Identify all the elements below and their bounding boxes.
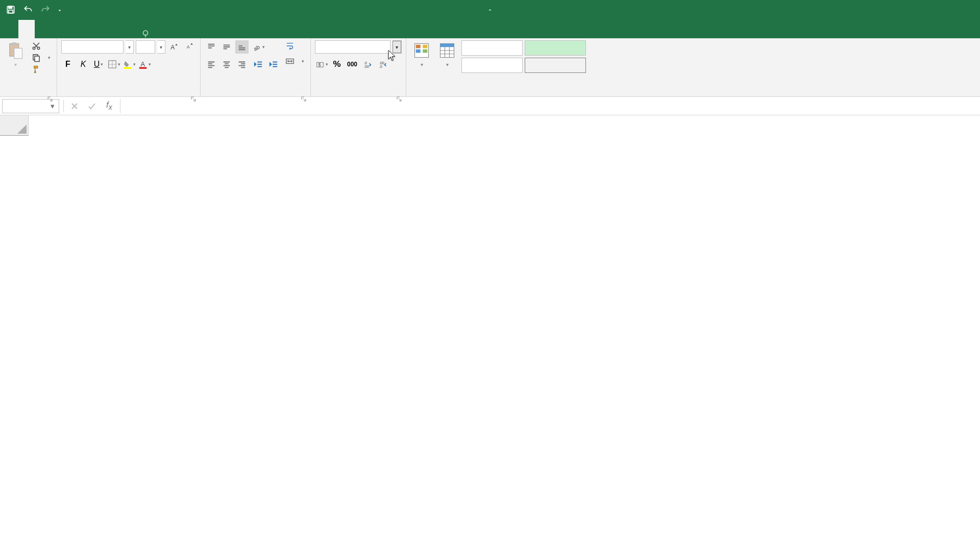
underline-button[interactable]: U▾	[92, 58, 105, 71]
svg-rect-1	[9, 6, 12, 8]
svg-text:A: A	[187, 44, 190, 49]
number-launcher[interactable]	[396, 95, 403, 103]
undo-button[interactable]	[20, 3, 36, 17]
copy-icon	[32, 53, 41, 62]
tell-me-input[interactable]	[133, 29, 161, 38]
align-middle-button[interactable]	[220, 40, 233, 54]
percent-button[interactable]: %	[330, 58, 344, 71]
conditional-formatting-button[interactable]: ▾	[410, 40, 433, 68]
svg-rect-6	[12, 42, 16, 45]
merge-center-button[interactable]: ▾	[283, 56, 306, 67]
svg-text:$: $	[318, 62, 321, 67]
svg-text:ab: ab	[252, 44, 260, 52]
tab-datei[interactable]	[2, 20, 18, 38]
svg-text:.0: .0	[379, 64, 382, 69]
svg-rect-27	[416, 45, 421, 48]
align-right-button[interactable]	[235, 58, 249, 71]
tab-einfuegen[interactable]	[35, 20, 51, 38]
italic-button[interactable]: K	[77, 58, 90, 71]
paintbrush-icon	[32, 65, 41, 74]
format-painter-button[interactable]	[30, 64, 53, 75]
tab-seitenlayout[interactable]	[51, 20, 67, 38]
wrap-text-button[interactable]	[283, 40, 306, 52]
tab-start[interactable]	[18, 20, 35, 38]
copy-button[interactable]: ▾	[30, 52, 53, 63]
wrap-text-icon	[285, 41, 295, 51]
redo-button[interactable]	[38, 3, 53, 17]
fill-color-button[interactable]: ▾	[122, 58, 136, 71]
alignment-launcher[interactable]	[300, 95, 307, 103]
insert-function-button[interactable]: fx	[101, 99, 118, 113]
orientation-button[interactable]: ab▾	[252, 40, 265, 54]
formula-bar: ▾ fx	[0, 97, 980, 115]
group-font: ▾ ▾ A A F K U▾ ▾ ▾ A▾	[57, 38, 201, 96]
ribbon-tabs	[0, 19, 980, 38]
svg-text:A: A	[170, 44, 175, 51]
align-left-button[interactable]	[205, 58, 218, 71]
paste-button[interactable]: ▾	[4, 40, 27, 68]
svg-rect-11	[35, 56, 39, 62]
align-center-button[interactable]	[220, 58, 233, 71]
align-bottom-button[interactable]	[235, 40, 249, 54]
svg-rect-29	[423, 45, 427, 48]
number-format-select[interactable]	[315, 40, 390, 54]
cut-button[interactable]	[30, 40, 53, 52]
merge-icon	[285, 57, 295, 66]
spreadsheet-grid	[0, 115, 980, 136]
group-label-clipboard	[4, 94, 53, 95]
font-color-button[interactable]: A▾	[138, 58, 151, 71]
quick-access-toolbar	[3, 3, 64, 17]
enter-formula-button[interactable]	[83, 99, 101, 113]
style-gut[interactable]	[525, 40, 586, 56]
group-label-number	[315, 94, 402, 95]
group-label-alignment	[205, 94, 306, 95]
formula-input[interactable]	[120, 99, 980, 113]
decrease-indent-button[interactable]	[252, 58, 265, 71]
svg-text:A: A	[140, 61, 145, 68]
select-all-corner[interactable]	[0, 115, 29, 136]
svg-rect-30	[423, 49, 427, 53]
font-size-select[interactable]	[136, 40, 155, 54]
accounting-button[interactable]: $▾	[315, 58, 328, 71]
group-label-styles	[410, 94, 586, 95]
style-standard[interactable]	[461, 40, 523, 56]
increase-decimal-button[interactable]: .0.00	[361, 58, 374, 71]
align-top-button[interactable]	[205, 40, 218, 54]
shrink-font-button[interactable]: A	[183, 40, 196, 54]
svg-rect-17	[139, 67, 146, 69]
tab-ansicht[interactable]	[116, 20, 133, 38]
increase-indent-button[interactable]	[267, 58, 280, 71]
svg-rect-15	[124, 67, 131, 69]
thousands-button[interactable]: 000	[346, 58, 359, 71]
border-button[interactable]: ▾	[107, 58, 120, 71]
title-bar: -	[0, 0, 980, 19]
svg-rect-7	[14, 48, 22, 59]
svg-point-4	[145, 37, 146, 37]
scissors-icon	[32, 41, 41, 51]
group-label-font	[61, 94, 196, 95]
window-title: -	[484, 5, 496, 14]
cancel-formula-button[interactable]	[66, 99, 83, 113]
ribbon: ▾ ▾	[0, 38, 980, 97]
grow-font-button[interactable]: A	[167, 40, 181, 54]
tab-formeln[interactable]	[67, 20, 84, 38]
tab-daten[interactable]	[84, 20, 100, 38]
qat-customize-button[interactable]	[55, 3, 64, 17]
font-name-dropdown[interactable]: ▾	[126, 40, 134, 54]
group-clipboard: ▾ ▾	[0, 38, 57, 96]
bold-button[interactable]: F	[61, 58, 75, 71]
group-styles: ▾ ▾	[406, 38, 590, 96]
font-size-dropdown[interactable]: ▾	[157, 40, 165, 54]
style-berechnung[interactable]	[525, 58, 586, 73]
group-alignment: ab▾ ▾	[201, 38, 311, 96]
format-as-table-button[interactable]: ▾	[436, 40, 458, 68]
style-ausgabe[interactable]	[461, 58, 523, 73]
svg-text:.00: .00	[364, 64, 369, 69]
font-launcher[interactable]	[190, 95, 197, 103]
group-number: ▾ $▾ % 000 .0.00 .00.0	[311, 38, 406, 96]
font-name-select[interactable]	[61, 40, 124, 54]
clipboard-launcher[interactable]	[46, 95, 54, 103]
svg-rect-28	[416, 49, 421, 53]
save-button[interactable]	[3, 3, 18, 17]
tab-ueberpruefen[interactable]	[100, 20, 116, 38]
